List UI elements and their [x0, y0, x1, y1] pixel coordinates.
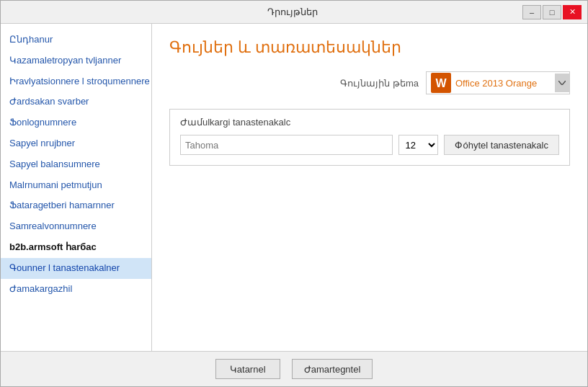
chevron-down-icon — [558, 81, 566, 85]
office-icon: W — [431, 73, 451, 93]
main-content: Գույներ և տառատեսակներ Գույնային թեma W … — [152, 24, 587, 351]
minimize-button[interactable]: – — [522, 5, 541, 19]
theme-dropdown-arrow[interactable] — [555, 74, 569, 92]
window-body: Ընդhanur Կazamaletropyan tvljanner Իravl… — [1, 24, 587, 351]
ok-button[interactable]: Ժamartegntel — [292, 359, 373, 379]
font-name-input[interactable] — [180, 135, 393, 155]
svg-text:W: W — [435, 77, 447, 89]
font-section: Ժամulkargi tanastenakalc 12 8 9 10 11 14… — [169, 109, 570, 166]
title-bar: Դրույթներ – □ ✕ — [1, 1, 587, 24]
settings-window: Դրույթներ – □ ✕ Ընդhanur Կazamaletropyan… — [0, 0, 588, 387]
sidebar-item-general2[interactable]: Ժamakargazhil — [1, 279, 151, 300]
sidebar-item-b2b[interactable]: b2b.armsoft հarбac — [1, 237, 151, 258]
cancel-button[interactable]: Կatarnel — [215, 359, 280, 379]
sidebar-item-clients[interactable]: Ֆonlognumnere — [1, 112, 151, 133]
theme-label: Գույնային թեma — [340, 78, 419, 89]
sidebar-item-currency[interactable]: Ժardsakan svarber — [1, 92, 151, 112]
theme-value: Office 2013 Orange — [455, 78, 551, 89]
change-font-button[interactable]: Փóhytel tanastenakalc — [444, 135, 559, 155]
theme-row: Գույնային թեma W Office 2013 Orange — [169, 71, 570, 94]
sidebar-item-general[interactable]: Ընդhanur — [1, 30, 151, 50]
window-controls: – □ ✕ — [522, 5, 582, 19]
sidebar-item-colors[interactable]: Գounner l tanastenakalner — [1, 258, 151, 279]
sidebar-item-site-props[interactable]: Sapyel nrujbner — [1, 133, 151, 154]
close-button[interactable]: ✕ — [563, 5, 582, 19]
window-title: Դրույթներ — [63, 6, 522, 17]
sidebar-item-site-calc[interactable]: Sapyel balansumnere — [1, 154, 151, 175]
theme-selector[interactable]: W Office 2013 Orange — [426, 71, 570, 94]
sidebar: Ընդhanur Կazamaletropyan tvljanner Իravl… — [1, 24, 152, 351]
sidebar-item-units[interactable]: Malrnumani petmutjun — [1, 175, 151, 196]
sidebar-item-invoice[interactable]: Ֆataragetberi hamarnner — [1, 195, 151, 216]
sidebar-item-order-types[interactable]: Կazamaletropyan tvljanner — [1, 50, 151, 71]
maximize-button[interactable]: □ — [543, 5, 561, 19]
font-size-select[interactable]: 12 8 9 10 11 14 16 18 — [398, 135, 438, 155]
sidebar-item-storage[interactable]: Samrealvonnumnere — [1, 216, 151, 237]
font-section-title: Ժամulkargi tanastenakalc — [180, 117, 559, 128]
window-footer: Կatarnel Ժamartegntel — [1, 351, 587, 386]
font-row: 12 8 9 10 11 14 16 18 Փóhytel tanastenak… — [180, 135, 559, 155]
sidebar-item-discounts[interactable]: Իravlyatsionnere l stroqumennere — [1, 71, 151, 92]
page-title: Գույներ և տառատեսակներ — [169, 38, 570, 57]
